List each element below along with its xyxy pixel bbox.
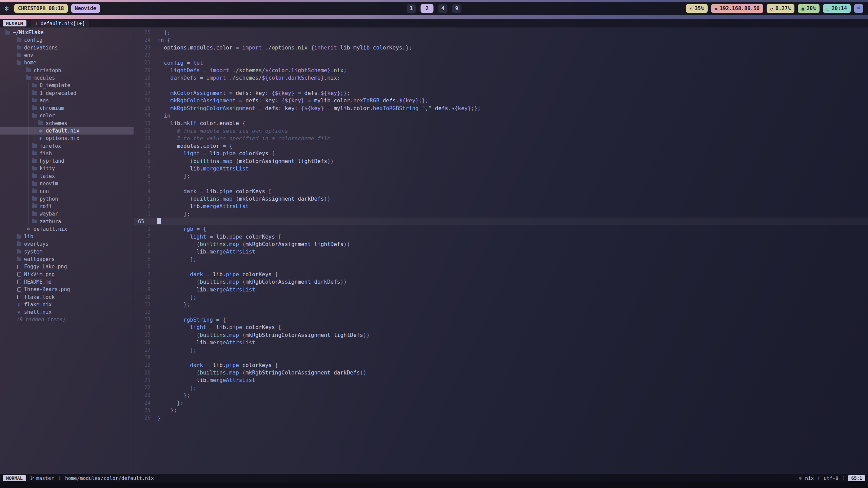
code-line[interactable]: 3 (builtins.map (mkRgbColorAssignment li… <box>134 240 868 248</box>
tab-default-nix[interactable]: 1 default.nix[1+] <box>31 20 89 27</box>
code-line[interactable]: 18 <box>134 82 868 89</box>
code-line[interactable]: 1 ]; <box>134 210 868 218</box>
code-line[interactable]: 3 (builtins.map (mkColorAssignment darkD… <box>134 195 868 203</box>
tree-item[interactable]: system <box>0 248 134 256</box>
code-line[interactable]: 19 darkDefs = import ./schemes/${color.d… <box>134 74 868 82</box>
code-line[interactable]: 23 }; <box>134 391 868 399</box>
code-line[interactable]: 22 ]; <box>134 384 868 391</box>
code-line[interactable]: 5 <box>134 180 868 187</box>
command-line[interactable] <box>0 482 868 488</box>
tree-item[interactable]: neovim <box>0 180 134 187</box>
tree-item[interactable]: color <box>0 112 134 119</box>
tree-item[interactable]: flake.lock <box>0 293 134 301</box>
tree-item[interactable]: 1_deprecated <box>0 89 134 97</box>
tree-item[interactable]: chromium <box>0 104 134 112</box>
code-line[interactable]: 21 config = let <box>134 59 868 66</box>
code-line[interactable]: 12 <box>134 308 868 316</box>
code-line[interactable]: 18 <box>134 354 868 361</box>
code-line[interactable]: 13 rgbString = { <box>134 316 868 323</box>
code-line[interactable]: 1 rgb = { <box>134 225 868 233</box>
tree-item[interactable]: modules <box>0 74 134 82</box>
code-line[interactable]: 9 light = lib.pipe colorKeys [ <box>134 150 868 157</box>
tree-item[interactable]: 0_template <box>0 82 134 89</box>
tree-item[interactable]: ❄options.nix <box>0 135 134 142</box>
tree-item[interactable]: derivations <box>0 44 134 52</box>
tree-item[interactable]: ❄default.nix <box>0 127 134 135</box>
workspace-button-4[interactable]: 4 <box>438 4 447 13</box>
tree-item[interactable]: lib <box>0 233 134 240</box>
code-line[interactable]: 17 ]; <box>134 346 868 353</box>
code-line[interactable]: 21 lib.mergeAttrsList <box>134 377 868 384</box>
tree-item[interactable]: hyprland <box>0 157 134 165</box>
cpu-module[interactable]: ◔0.27% <box>767 4 794 13</box>
code-line[interactable]: 8 (builtins.map (mkColorAssignment light… <box>134 157 868 165</box>
code-line[interactable]: 14 light = lib.pipe colorKeys [ <box>134 324 868 331</box>
code-line[interactable]: 11 # to the values specified in a colors… <box>134 135 868 142</box>
tree-item[interactable]: christoph <box>0 66 134 74</box>
tree-item[interactable]: ❄default.nix <box>0 225 134 233</box>
tree-item[interactable]: NixVim.png <box>0 271 134 278</box>
code-line[interactable]: 7 dark = lib.pipe colorKeys [ <box>134 271 868 278</box>
code-line[interactable]: 24 }; <box>134 399 868 407</box>
tree-item[interactable]: schemes <box>0 120 134 127</box>
code-line[interactable]: 20 (builtins.map (mkRgbStringColorAssign… <box>134 369 868 376</box>
tree-item[interactable]: home <box>0 59 134 66</box>
tree-item[interactable]: rofi <box>0 203 134 210</box>
code-line[interactable]: 12 # This module sets its own options <box>134 127 868 135</box>
code-line[interactable]: 19 dark = lib.pipe colorKeys [ <box>134 361 868 369</box>
tree-item[interactable]: ~/NixFlake <box>0 29 134 36</box>
tree-item[interactable]: Three-Bears.png <box>0 286 134 293</box>
code-line[interactable]: 7 lib.mergeAttrsList <box>134 165 868 172</box>
user-time-badge[interactable]: CHRISTOPH 08:18 <box>14 4 67 13</box>
tree-item[interactable]: python <box>0 195 134 203</box>
code-line[interactable]: 14 in <box>134 112 868 119</box>
code-line[interactable]: 10 ]; <box>134 293 868 301</box>
code-line[interactable]: 15 mkRgbStringColorAssignment = defs: ke… <box>134 104 868 112</box>
tree-item[interactable]: ags <box>0 97 134 104</box>
code-line[interactable]: 65 <box>134 218 868 225</box>
workspace-button-2[interactable]: 2 <box>420 4 433 13</box>
tree-item[interactable]: zathura <box>0 218 134 225</box>
code-line[interactable]: 5 ]; <box>134 256 868 263</box>
tree-item[interactable]: firefox <box>0 142 134 149</box>
code-line[interactable]: 25 ]; <box>134 29 868 36</box>
code-line[interactable]: 11 }; <box>134 301 868 308</box>
code-line[interactable]: 2 light = lib.pipe colorKeys [ <box>134 233 868 240</box>
code-line[interactable]: 10 modules.color = { <box>134 142 868 149</box>
code-line[interactable]: 24in { <box>134 36 868 44</box>
app-badge[interactable]: Neovide <box>71 4 100 13</box>
tree-item[interactable]: kitty <box>0 165 134 172</box>
code-line[interactable]: 6 <box>134 263 868 270</box>
code-line[interactable]: 20 lightDefs = import ./schemes/${color.… <box>134 66 868 74</box>
workspace-button-1[interactable]: 1 <box>407 4 416 13</box>
workspace-button-9[interactable]: 9 <box>452 4 461 13</box>
tree-item[interactable]: latex <box>0 172 134 180</box>
code-line[interactable]: 25 }; <box>134 407 868 414</box>
network-module[interactable]: ⇅192.168.86.50 <box>711 4 763 13</box>
code-line[interactable]: 4 dark = lib.pipe colorKeys [ <box>134 187 868 195</box>
tree-item[interactable]: fish <box>0 150 134 157</box>
memory-module[interactable]: ▦20% <box>798 4 820 13</box>
code-line[interactable]: 6 ]; <box>134 172 868 180</box>
tree-item[interactable]: Foggy-Lake.png <box>0 263 134 270</box>
tree-item[interactable]: ❄shell.nix <box>0 308 134 316</box>
battery-module[interactable]: ⚡35% <box>686 4 708 13</box>
code-line[interactable]: 4 lib.mergeAttrsList <box>134 248 868 256</box>
tree-item[interactable]: waybar <box>0 210 134 218</box>
tree-item[interactable]: config <box>0 36 134 44</box>
code-line[interactable]: 17 mkColorAssignment = defs: key: {${key… <box>134 89 868 97</box>
code-line[interactable]: 16 mkRgbColorAssignment = defs: key: {${… <box>134 97 868 104</box>
code-line[interactable]: 15 (builtins.map (mkRgbStringColorAssign… <box>134 331 868 339</box>
code-line[interactable]: 16 lib.mergeAttrsList <box>134 339 868 346</box>
tree-item[interactable]: env <box>0 52 134 59</box>
code-line[interactable]: 23 options.modules.color = import ./opti… <box>134 44 868 52</box>
keyboard-tray-icon[interactable]: ⌨ <box>854 4 863 13</box>
tree-item[interactable]: (9 hidden items) <box>0 316 134 323</box>
code-line[interactable]: 26} <box>134 414 868 422</box>
editor[interactable]: 25 ];24in {23 options.modules.color = im… <box>134 27 868 474</box>
clock-module[interactable]: ◷20:14 <box>823 4 851 13</box>
code-line[interactable]: 2 lib.mergeAttrsList <box>134 203 868 210</box>
code-line[interactable]: 8 (builtins.map (mkRgbColorAssignment da… <box>134 278 868 286</box>
code-line[interactable]: 13 lib.mkIf color.enable { <box>134 120 868 127</box>
code-line[interactable]: 22 <box>134 52 868 59</box>
